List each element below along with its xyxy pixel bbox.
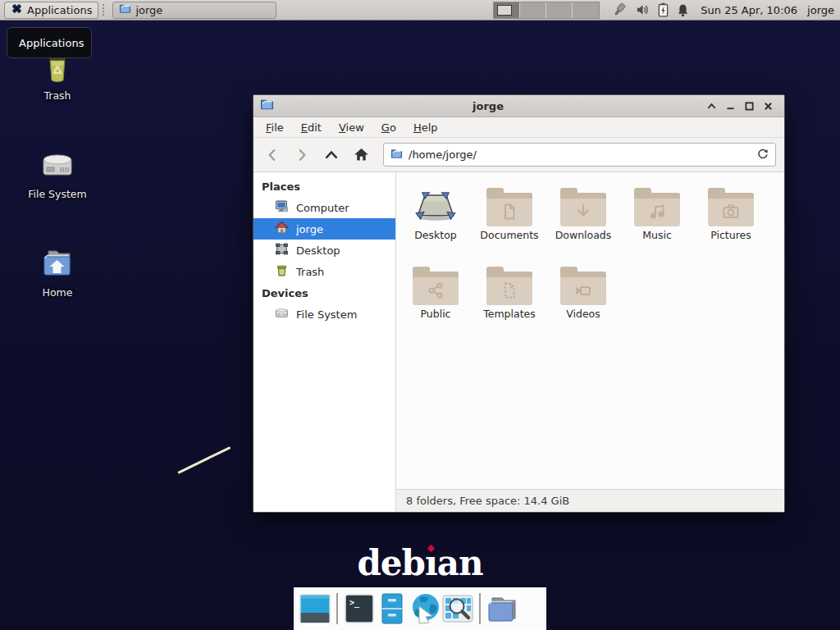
path-folder-icon — [390, 148, 403, 162]
music-folder-icon — [634, 193, 680, 226]
sidebar-item-trash[interactable]: Trash — [253, 261, 395, 282]
sidebar-item-label: jorge — [296, 223, 323, 235]
workspace-3[interactable] — [546, 2, 573, 18]
file-item-public[interactable]: Public — [399, 261, 472, 340]
file-label: Desktop — [414, 229, 457, 241]
taskbar-window-button[interactable]: jorge — [112, 2, 276, 19]
file-item-desktop[interactable]: Desktop — [399, 182, 472, 261]
panel-username[interactable]: jorge — [807, 4, 834, 16]
main-column: Desktop Documents — [396, 172, 784, 512]
file-item-pictures[interactable]: Pictures — [694, 182, 768, 261]
menu-go[interactable]: Go — [376, 119, 402, 136]
window-titlebar[interactable]: jorge — [253, 95, 784, 117]
system-tray — [611, 2, 689, 17]
back-button[interactable] — [262, 144, 283, 166]
menu-view[interactable]: View — [333, 119, 370, 136]
close-button[interactable] — [759, 98, 778, 114]
workspace-1[interactable] — [494, 2, 520, 18]
file-label: Videos — [566, 308, 600, 320]
menubar: File Edit View Go Help — [253, 117, 784, 138]
public-folder-icon — [413, 272, 459, 305]
toolbar: /home/jorge/ — [253, 138, 784, 172]
taskbar-window-label: jorge — [135, 4, 162, 16]
file-item-downloads[interactable]: Downloads — [546, 182, 620, 261]
file-manager-icon[interactable] — [486, 592, 518, 625]
file-item-documents[interactable]: Documents — [472, 182, 546, 261]
shade-button[interactable] — [702, 98, 721, 114]
computer-icon — [275, 199, 289, 216]
file-item-templates[interactable]: Templates — [472, 261, 546, 340]
wordmark-right: an — [437, 543, 483, 583]
pictures-folder-icon — [708, 193, 754, 226]
documents-folder-icon — [486, 193, 532, 226]
volume-icon[interactable] — [636, 3, 650, 16]
battery-icon[interactable] — [658, 2, 669, 17]
dock-separator — [336, 593, 338, 624]
drive-icon — [275, 306, 289, 322]
downloads-folder-icon — [560, 193, 606, 226]
file-label: Downloads — [555, 229, 612, 241]
top-panel: Applications jorge — [0, 0, 840, 21]
minimize-button[interactable] — [721, 98, 740, 114]
sidebar: Places Computer — [253, 172, 396, 512]
sidebar-item-computer[interactable]: Computer — [253, 197, 395, 218]
hard-drive-icon — [0, 145, 115, 185]
forward-button[interactable] — [291, 144, 313, 166]
menu-help[interactable]: Help — [408, 119, 444, 136]
sidebar-item-label: Desktop — [296, 244, 340, 257]
file-manager-window: jorge File Edit View Go Help — [253, 94, 785, 513]
sidebar-item-jorge[interactable]: jorge — [253, 218, 395, 240]
maximize-button[interactable] — [740, 98, 759, 114]
desktop-icon-filesystem[interactable]: File System — [0, 145, 115, 200]
trash-small-icon — [275, 263, 289, 280]
sidebar-item-desktop[interactable]: Desktop — [253, 240, 395, 261]
sidebar-item-label: Computer — [296, 202, 349, 214]
file-item-videos[interactable]: Videos — [546, 261, 620, 340]
sidebar-header-devices: Devices — [253, 284, 395, 304]
desktop-icon — [275, 242, 289, 258]
wordmark-i: ı — [425, 543, 437, 583]
notifications-icon[interactable] — [677, 3, 689, 17]
web-browser-icon[interactable] — [409, 592, 441, 625]
terminal-icon[interactable]: >_ — [343, 592, 376, 625]
panel-separator-handle — [102, 3, 106, 16]
home-button[interactable] — [350, 144, 372, 166]
applications-menu-button[interactable]: Applications — [4, 2, 98, 19]
menu-edit[interactable]: Edit — [295, 119, 327, 136]
show-desktop-icon[interactable] — [299, 592, 331, 625]
workspace-switcher[interactable] — [493, 2, 600, 19]
up-button[interactable] — [321, 144, 342, 166]
workspace-window-preview — [497, 5, 512, 16]
videos-folder-icon — [560, 272, 606, 305]
debian-wordmark: debıan — [338, 543, 502, 583]
svg-text:>_: >_ — [349, 598, 360, 608]
application-finder-icon[interactable] — [441, 592, 474, 625]
workspace-4[interactable] — [573, 2, 599, 18]
reload-icon[interactable] — [756, 148, 769, 162]
sidebar-header-places: Places — [253, 177, 395, 197]
desktop-icon-home[interactable]: Home — [0, 244, 115, 299]
file-view[interactable]: Desktop Documents — [396, 172, 784, 489]
templates-folder-icon — [486, 272, 532, 305]
home-icon — [275, 221, 289, 237]
stray-drawn-line — [177, 446, 231, 474]
panel-clock[interactable]: Sun 25 Apr, 10:06 — [701, 4, 797, 16]
menu-file[interactable]: File — [260, 119, 290, 136]
applications-menu-label: Applications — [27, 4, 92, 16]
location-bar[interactable]: /home/jorge/ — [383, 143, 776, 167]
sidebar-item-label: Trash — [296, 266, 324, 278]
path-input[interactable]: /home/jorge/ — [409, 148, 756, 161]
window-title: jorge — [274, 100, 702, 112]
file-label: Public — [421, 308, 451, 320]
file-label: Pictures — [710, 229, 751, 241]
file-item-music[interactable]: Music — [620, 182, 694, 261]
file-label: Music — [642, 229, 672, 241]
statusbar-text: 8 folders, Free space: 14.4 GiB — [406, 495, 569, 507]
dock-separator — [479, 593, 481, 624]
file-cabinet-icon[interactable] — [376, 592, 409, 625]
workspace-2[interactable] — [520, 2, 546, 18]
applications-tooltip: Applications — [7, 27, 92, 58]
file-label: Templates — [483, 308, 536, 320]
stylus-icon[interactable] — [611, 2, 628, 17]
sidebar-item-filesystem[interactable]: File System — [253, 304, 395, 325]
